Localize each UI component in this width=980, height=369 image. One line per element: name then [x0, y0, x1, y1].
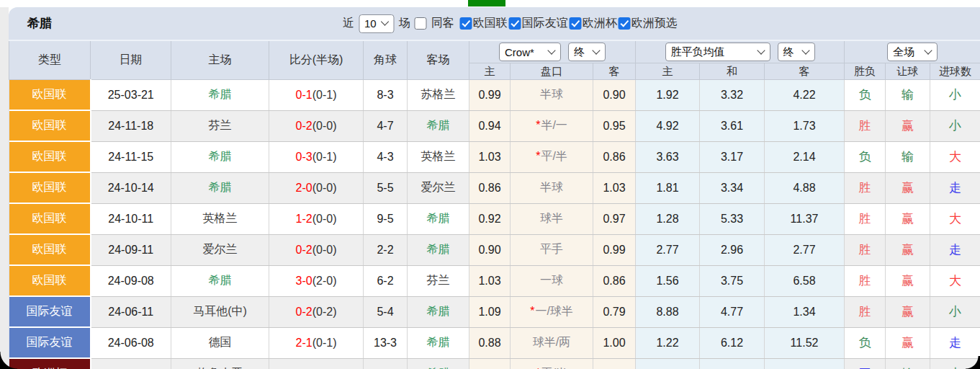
- home-team-cell: 希腊: [171, 80, 269, 111]
- filter-checkbox[interactable]: [570, 17, 582, 30]
- match-date-cell: 24-06-11: [91, 296, 171, 327]
- active-tab-fragment[interactable]: [468, 0, 505, 6]
- live-handicap-star: *: [536, 119, 540, 131]
- team-title: 希腊: [27, 15, 52, 32]
- match-row: 欧国联24-09-11爱尔兰0-2(0-0)2-2希腊0.90平手0.992.7…: [9, 234, 980, 265]
- match-date-cell: 24-10-14: [91, 172, 171, 203]
- result-wdl-cell: 胜: [845, 234, 886, 265]
- result-goals-cell: 小: [930, 296, 980, 327]
- same-away-checkbox[interactable]: [415, 17, 427, 30]
- halftime-score: (0-1): [313, 337, 337, 349]
- screen-corner-decoration: [966, 356, 980, 369]
- avg-home-cell: 4.92: [636, 110, 700, 141]
- filter-checkbox[interactable]: [619, 17, 631, 30]
- handicap-line-cell: 半球: [511, 172, 593, 203]
- halftime-score: (0-1): [313, 151, 337, 163]
- handicap-odds-home-cell: 0.94: [469, 110, 511, 141]
- avg-draw-cell: 5.33: [700, 203, 765, 234]
- handicap-odds-away-cell: 0.97: [593, 203, 636, 234]
- match-row: 欧国联24-11-18芬兰0-2(0-0)4-7希腊0.94*半/一0.954.…: [9, 110, 980, 141]
- corner-cell: 13-3: [364, 327, 408, 358]
- match-row: 欧国联24-10-14希腊2-0(0-0)5-5爱尔兰0.86半球1.031.8…: [9, 172, 980, 203]
- avg-away-cell: 2.40: [765, 358, 845, 369]
- avg-home-cell: 2.77: [636, 234, 700, 265]
- handicap-odds-away-cell: 1.12: [593, 358, 636, 369]
- handicap-odds-home-cell: 0.79: [469, 358, 511, 369]
- handicap-line-cell: 平手: [511, 234, 593, 265]
- result-goals-cell: 走: [930, 234, 980, 265]
- away-team-cell: 希腊: [408, 358, 469, 369]
- away-team-cell: 希腊: [408, 327, 469, 358]
- away-team-cell: 苏格兰: [408, 80, 469, 111]
- scope-select[interactable]: 全场: [887, 43, 938, 61]
- chevron-down-icon: [381, 17, 389, 25]
- away-team-cell: 希腊: [408, 234, 469, 265]
- score-cell: 2-0(0-0): [269, 172, 364, 203]
- toolbar-controls: 近 10 场 同客 欧国联国际友谊欧洲杯欧洲预选: [338, 14, 678, 33]
- handicap-odds-home-cell: 0.92: [469, 203, 511, 234]
- score-cell: 0-1(0-1): [269, 80, 364, 111]
- avg-draw-cell: 3.32: [700, 80, 765, 111]
- competition-badge: 欧国联: [9, 265, 91, 296]
- home-team-cell: 德国: [171, 327, 269, 358]
- halftime-score: (0-0): [313, 244, 337, 256]
- bookmaker-select[interactable]: Crow*: [499, 43, 561, 61]
- fulltime-score: 3-0: [296, 275, 313, 287]
- handicap-line: 球半: [540, 212, 563, 224]
- handicap-odds-away-cell: 0.86: [593, 265, 636, 296]
- recent-count-select[interactable]: 10: [359, 14, 395, 33]
- corner-cell: 4-3: [364, 141, 408, 172]
- match-date-cell: 24-10-11: [91, 203, 171, 234]
- handicap-line: 一球: [540, 274, 563, 286]
- avg-stage-select[interactable]: 终: [778, 43, 815, 61]
- score-cell: 0-2(0-0): [269, 234, 364, 265]
- filter-item: 欧国联: [460, 16, 508, 31]
- competition-badge: 欧国联: [9, 80, 91, 111]
- handicap-line-cell: 球半: [511, 203, 593, 234]
- handicap-odds-away-cell: 0.95: [593, 110, 636, 141]
- competition-badge: 欧国联: [9, 234, 91, 265]
- away-team-cell: 爱尔兰: [408, 172, 469, 203]
- avg-away-cell: 2.14: [765, 141, 845, 172]
- result-handicap-cell: 输: [886, 80, 930, 111]
- filter-checkbox[interactable]: [460, 17, 472, 30]
- avg-draw-cell: 2.94: [700, 358, 765, 369]
- avg-away-cell: 11.37: [765, 203, 845, 234]
- away-team-cell: 芬兰: [408, 265, 469, 296]
- competition-badge: 欧国联: [9, 172, 91, 203]
- result-handicap-cell: 输: [886, 141, 930, 172]
- competition-badge: 国际友谊: [9, 327, 91, 358]
- corner-cell: 2-6: [364, 358, 408, 369]
- competition-badge: 欧国联: [9, 110, 91, 141]
- result-wdl-cell: 负: [845, 141, 886, 172]
- avg-home-cell: 3.63: [636, 141, 700, 172]
- col-sub-avg-home: 主: [636, 63, 700, 80]
- avg-away-cell: 4.88: [765, 172, 845, 203]
- avg-home-cell: 1.28: [636, 203, 700, 234]
- filter-label: 欧洲预选: [631, 16, 678, 31]
- handicap-odds-away-cell: 1.03: [593, 172, 636, 203]
- handicap-stage-select[interactable]: 终: [568, 43, 606, 61]
- score-cell: 0-3(0-1): [269, 141, 364, 172]
- score-cell: 0-0(0-0): [269, 358, 364, 369]
- filter-item: 欧洲杯: [570, 16, 617, 31]
- filter-checkbox[interactable]: [509, 17, 521, 30]
- chevron-down-icon: [757, 46, 765, 54]
- handicap-odds-home-cell: 0.88: [469, 327, 511, 358]
- chevron-down-icon: [592, 46, 600, 54]
- result-handicap-cell: 输: [886, 358, 930, 369]
- handicap-odds-home-cell: 0.99: [469, 80, 511, 111]
- live-handicap-star: *: [530, 305, 534, 317]
- match-date-cell: 24-11-18: [91, 110, 171, 141]
- match-row: 欧国联24-11-15希腊0-3(0-1)4-3英格兰1.03*平/半0.863…: [9, 141, 980, 172]
- avg-home-cell: 1.81: [636, 172, 700, 203]
- home-team-cell: 希腊: [171, 141, 269, 172]
- col-score: 比分(半场): [269, 40, 364, 80]
- chevron-down-icon: [924, 46, 932, 54]
- handicap-line: 平/半: [541, 150, 567, 162]
- avg-odds-select[interactable]: 胜平负均值: [665, 43, 770, 61]
- handicap-line-cell: *一/球半: [511, 296, 593, 327]
- avg-home-cell: 1.92: [636, 80, 700, 111]
- handicap-line: 半球: [540, 181, 563, 193]
- screen: 希腊 近 10 场 同客 欧国联国际友谊欧洲杯欧洲预选: [0, 0, 980, 369]
